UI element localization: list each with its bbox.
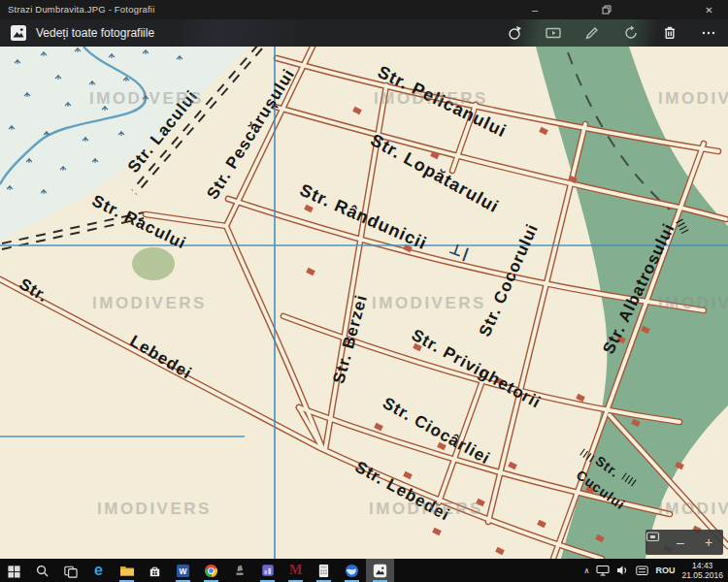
share-button[interactable] — [495, 19, 534, 47]
restore-button[interactable] — [584, 0, 629, 19]
edit-button[interactable] — [573, 19, 612, 47]
rotate-icon — [622, 24, 640, 42]
zoom-in-button[interactable]: + — [705, 535, 712, 549]
app-grey-icon — [233, 564, 247, 577]
edit-pencil-icon — [583, 24, 601, 42]
watermark-text: IMODIVERS — [658, 89, 728, 108]
rotate-button[interactable] — [612, 19, 650, 47]
windows-logo-icon — [7, 564, 21, 578]
watermark-text: IMODIVERS — [369, 500, 483, 518]
task-view-button[interactable] — [56, 559, 84, 582]
watermark-text: IMODIVERS — [372, 294, 486, 312]
street-label: Lebedei — [126, 332, 195, 383]
zoom-controls: – + — [645, 530, 723, 555]
slideshow-icon — [545, 24, 562, 42]
app-toolbar: Vedeți toate fotografiile — [0, 19, 728, 47]
tray-time: 14:43 — [681, 561, 723, 570]
taskbar-word[interactable]: W — [169, 559, 197, 582]
photos-icon — [373, 564, 387, 578]
share-icon — [506, 24, 523, 42]
minimize-button[interactable]: – — [513, 0, 557, 19]
more-button[interactable] — [689, 19, 728, 47]
street-label: Str. Berzei — [329, 293, 371, 386]
language-indicator[interactable]: ROU — [655, 566, 675, 575]
taskbar-clock[interactable]: 14:43 21.05.2016 — [681, 561, 723, 580]
svg-text:W: W — [180, 566, 187, 575]
taskbar-calculator[interactable] — [310, 559, 338, 582]
photos-icon — [10, 24, 27, 42]
task-view-icon — [63, 564, 78, 578]
taskbar: e W — [0, 559, 728, 582]
folder-icon — [119, 564, 135, 577]
see-all-photos-button[interactable]: Vedeți toate fotografiile — [10, 19, 154, 47]
taskbar-google-earth[interactable] — [338, 559, 366, 582]
taskbar-chrome[interactable] — [197, 559, 225, 582]
edge-icon: e — [94, 563, 103, 578]
map-symbol: ⊥| — [447, 240, 473, 262]
watermark-text: IMODIVERS — [89, 89, 204, 108]
network-icon[interactable] — [596, 565, 610, 576]
photos-app-window: Strazi Dumbravita.JPG - Fotografii – ✕ V… — [0, 0, 728, 582]
taskbar-file-explorer[interactable] — [113, 559, 141, 582]
tray-chevron-icon[interactable]: ∧ — [584, 566, 590, 575]
delete-button[interactable] — [650, 19, 689, 47]
street-label: Str. Racului — [89, 191, 189, 252]
more-ellipsis-icon — [700, 24, 717, 42]
watermark-text: IMODIVERS — [92, 294, 207, 312]
app-purple-icon — [261, 564, 275, 577]
google-earth-icon — [345, 564, 359, 578]
tray-date: 21.05.2016 — [681, 570, 723, 580]
chrome-icon — [204, 564, 218, 578]
taskbar-edge[interactable]: e — [84, 559, 113, 582]
taskbar-app-m[interactable]: M — [281, 559, 310, 582]
volume-icon[interactable] — [616, 565, 629, 576]
search-icon — [35, 564, 50, 578]
see-all-photos-label: Vedeți toate fotografiile — [36, 26, 154, 40]
window-title: Strazi Dumbravita.JPG - Fotografii — [8, 4, 154, 15]
watermark-text: IMODIVERS — [97, 500, 212, 518]
start-button[interactable] — [0, 559, 28, 582]
street-label: Str. Lopătarului — [367, 130, 502, 216]
actual-size-icon — [645, 530, 660, 543]
toolbar-actions — [495, 19, 728, 47]
trash-icon — [661, 24, 678, 42]
photo-canvas[interactable]: Str. PelicanuluiStr. LopătaruluiStr. Rân… — [0, 47, 728, 559]
taskbar-app-purple[interactable] — [253, 559, 281, 582]
taskbar-store[interactable] — [141, 559, 169, 582]
watermark-text: IMODIVERS — [658, 294, 728, 312]
title-bar: Strazi Dumbravita.JPG - Fotografii – ✕ — [0, 0, 728, 19]
store-icon — [148, 564, 162, 578]
watermark-text: IMODIVERS — [374, 89, 488, 108]
word-icon: W — [176, 564, 190, 578]
touch-keyboard-icon[interactable] — [636, 566, 648, 576]
taskbar-app-grey[interactable] — [225, 559, 253, 582]
zoom-out-button[interactable]: – — [677, 535, 684, 549]
taskbar-photos[interactable] — [366, 559, 394, 582]
calculator-icon — [317, 564, 330, 578]
restore-icon — [602, 5, 612, 15]
system-tray: ∧ ROU 14:43 21.05.2016 — [584, 559, 728, 582]
slideshow-button[interactable] — [534, 19, 573, 47]
watermark-text: IMODIVERS — [658, 500, 728, 518]
m-app-icon: M — [289, 564, 302, 577]
taskbar-search-button[interactable] — [28, 559, 56, 582]
close-button[interactable]: ✕ — [690, 0, 728, 19]
street-map-image: Str. PelicanuluiStr. LopătaruluiStr. Rân… — [0, 47, 728, 559]
